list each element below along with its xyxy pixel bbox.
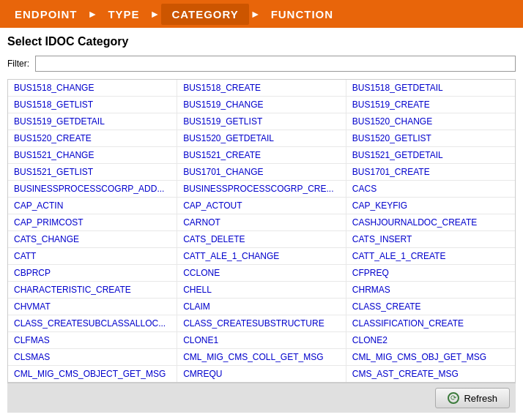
nav-arrow-3: ► (249, 8, 262, 20)
list-item[interactable]: CLASSIFICATION_CREATE (346, 315, 515, 332)
list-item[interactable]: BUS1519_GETDETAIL (8, 113, 177, 130)
list-item[interactable]: CML_MIG_CMS_OBJ_GET_MSG (346, 349, 515, 366)
refresh-button[interactable]: ⟳ Refresh (435, 388, 510, 408)
list-item[interactable]: BUS1521_GETDETAIL (346, 147, 515, 164)
list-item[interactable]: CLONE2 (346, 332, 515, 349)
list-item[interactable]: BUS1701_CREATE (346, 164, 515, 181)
table-row[interactable]: CHVMATCLAIMCLASS_CREATE (8, 299, 515, 315)
list-item[interactable]: BUS1520_GETLIST (346, 130, 515, 147)
list-item[interactable]: CAP_ACTOUT (177, 198, 346, 214)
list-item[interactable]: BUS1521_CREATE (177, 147, 346, 164)
list-item[interactable]: CMREQU (177, 366, 346, 383)
nav-arrow-1: ► (86, 8, 100, 20)
table-row[interactable]: BUS1521_CHANGEBUS1521_CREATEBUS1521_GETD… (8, 147, 515, 164)
list-item[interactable]: BUS1520_GETDETAIL (177, 130, 346, 147)
list-item[interactable]: BUS1518_GETDETAIL (346, 80, 515, 97)
list-item[interactable]: CFPREQ (346, 265, 515, 282)
filter-label: Filter: (7, 59, 29, 69)
list-item[interactable]: CLASS_CREATESUBCLASSALLOC... (8, 315, 177, 332)
list-item[interactable]: CML_MIG_CMS_COLL_GET_MSG (177, 349, 346, 366)
items-table: BUS1518_CHANGEBUS1518_CREATEBUS1518_GETD… (8, 80, 515, 382)
bottom-bar: ⟳ Refresh (7, 383, 516, 413)
list-item[interactable]: CLONE1 (177, 332, 346, 349)
list-item[interactable]: CASHJOURNALDOC_CREATE (346, 214, 515, 231)
list-item[interactable]: CML_MIG_CMS_OBJECT_GET_MSG (8, 366, 177, 383)
list-item[interactable]: CATS_INSERT (346, 231, 515, 248)
list-item[interactable]: CHARACTERISTIC_CREATE (8, 282, 177, 299)
list-item[interactable]: BUS1701_CHANGE (177, 164, 346, 181)
list-item[interactable]: BUS1521_CHANGE (8, 147, 177, 164)
list-item[interactable]: CHELL (177, 282, 346, 299)
list-item[interactable]: CATT_ALE_1_CREATE (346, 248, 515, 265)
list-item[interactable]: CBPRCP (8, 265, 177, 282)
list-item[interactable]: CCLONE (177, 265, 346, 282)
table-row[interactable]: CLFMASCLONE1CLONE2 (8, 332, 515, 349)
list-item[interactable]: CLASS_CREATESUBSTRUCTURE (177, 315, 346, 332)
list-item[interactable]: BUS1521_GETLIST (8, 164, 177, 181)
list-item[interactable]: BUS1520_CREATE (8, 130, 177, 147)
page-title: Select IDOC Category (7, 35, 516, 48)
list-item[interactable]: CHVMAT (8, 299, 177, 315)
list-item[interactable]: CLAIM (177, 299, 346, 315)
filter-row: Filter: (7, 56, 516, 72)
list-item[interactable]: CAP_KEYFIG (346, 198, 515, 214)
table-row[interactable]: CATS_CHANGECATS_DELETECATS_INSERT (8, 231, 515, 248)
table-row[interactable]: BUS1519_GETDETAILBUS1519_GETLISTBUS1520_… (8, 113, 515, 130)
table-row[interactable]: BUS1521_GETLISTBUS1701_CHANGEBUS1701_CRE… (8, 164, 515, 181)
list-item[interactable]: BUS1518_CREATE (177, 80, 346, 97)
list-item[interactable]: BUS1519_GETLIST (177, 113, 346, 130)
nav-category[interactable]: CATEGORY (161, 4, 248, 25)
refresh-icon: ⟳ (448, 392, 459, 404)
list-item[interactable]: BUSINESSPROCESSCOGRP_ADD... (8, 181, 177, 198)
list-item[interactable]: BUS1518_GETLIST (8, 97, 177, 113)
table-row[interactable]: CAP_ACTINCAP_ACTOUTCAP_KEYFIG (8, 198, 515, 214)
list-item[interactable]: CATS_DELETE (177, 231, 346, 248)
nav-endpoint[interactable]: ENDPOINT (6, 8, 86, 20)
list-item[interactable]: BUS1519_CREATE (346, 97, 515, 113)
list-item[interactable]: CMS_AST_CREATE_MSG (346, 366, 515, 383)
list-item[interactable]: BUS1519_CHANGE (177, 97, 346, 113)
list-item[interactable]: CACS (346, 181, 515, 198)
table-row[interactable]: BUS1518_GETLISTBUS1519_CHANGEBUS1519_CRE… (8, 97, 515, 113)
nav-arrow-2: ► (149, 8, 162, 20)
list-item[interactable]: CLFMAS (8, 332, 177, 349)
table-row[interactable]: BUS1518_CHANGEBUS1518_CREATEBUS1518_GETD… (8, 80, 515, 97)
list-item[interactable]: CLASS_CREATE (346, 299, 515, 315)
list-item[interactable]: CATS_CHANGE (8, 231, 177, 248)
refresh-label: Refresh (464, 393, 497, 404)
table-row[interactable]: CATTCATT_ALE_1_CHANGECATT_ALE_1_CREATE (8, 248, 515, 265)
list-item[interactable]: CLSMAS (8, 349, 177, 366)
list-item[interactable]: BUS1520_CHANGE (346, 113, 515, 130)
main-content: Select IDOC Category Filter: BUS1518_CHA… (0, 28, 523, 420)
filter-input[interactable] (35, 56, 516, 72)
nav-type[interactable]: TYPE (99, 8, 148, 20)
table-row[interactable]: BUS1520_CREATEBUS1520_GETDETAILBUS1520_G… (8, 130, 515, 147)
list-item[interactable]: CATT_ALE_1_CHANGE (177, 248, 346, 265)
list-item[interactable]: CATT (8, 248, 177, 265)
list-item[interactable]: BUS1518_CHANGE (8, 80, 177, 97)
list-item[interactable]: CHRMAS (346, 282, 515, 299)
list-scroll[interactable]: BUS1518_CHANGEBUS1518_CREATEBUS1518_GETD… (8, 80, 515, 382)
list-item[interactable]: CAP_PRIMCOST (8, 214, 177, 231)
table-row[interactable]: CHARACTERISTIC_CREATECHELLCHRMAS (8, 282, 515, 299)
table-row[interactable]: BUSINESSPROCESSCOGRP_ADD...BUSINESSPROCE… (8, 181, 515, 198)
nav-function[interactable]: FUNCTION (262, 8, 343, 20)
nav-bar: ENDPOINT ► TYPE ► CATEGORY ► FUNCTION (0, 0, 523, 28)
list-item[interactable]: CARNOT (177, 214, 346, 231)
list-container: BUS1518_CHANGEBUS1518_CREATEBUS1518_GETD… (7, 79, 516, 383)
table-row[interactable]: CBPRCPCCLONECFPREQ (8, 265, 515, 282)
table-row[interactable]: CLASS_CREATESUBCLASSALLOC...CLASS_CREATE… (8, 315, 515, 332)
table-row[interactable]: CAP_PRIMCOSTCARNOTCASHJOURNALDOC_CREATE (8, 214, 515, 231)
table-row[interactable]: CML_MIG_CMS_OBJECT_GET_MSGCMREQUCMS_AST_… (8, 366, 515, 383)
list-item[interactable]: CAP_ACTIN (8, 198, 177, 214)
table-row[interactable]: CLSMASCML_MIG_CMS_COLL_GET_MSGCML_MIG_CM… (8, 349, 515, 366)
list-item[interactable]: BUSINESSPROCESSCOGRP_CRE... (177, 181, 346, 198)
